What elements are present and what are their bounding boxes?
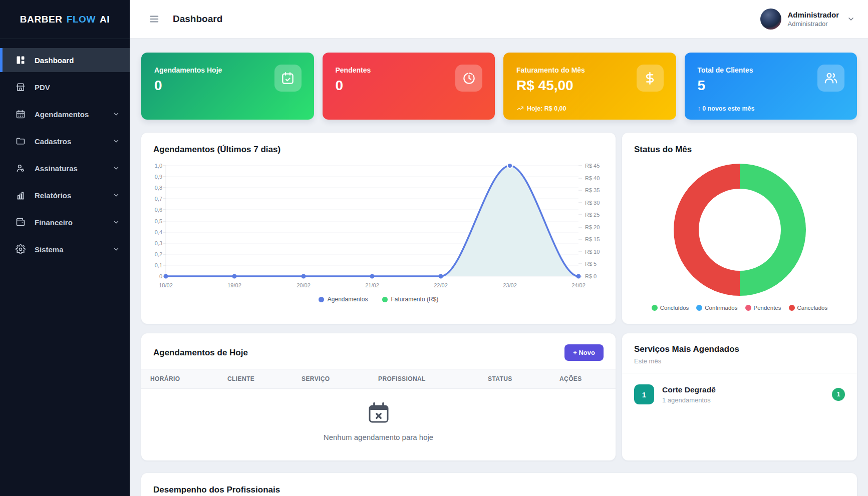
stat-cards-row: Agendamentos Hoje 0 Pendentes 0 Faturame… (141, 53, 857, 120)
donut-legend: Concluídos Confirmados Pendentes Cancela… (634, 305, 845, 312)
top-services-card: Serviços Mais Agendados Este mês 1 Corte… (622, 333, 857, 460)
legend-dot (319, 297, 324, 302)
column-header-horario: HORÁRIO (150, 375, 227, 382)
chevron-down-icon (113, 246, 120, 253)
column-header-status: STATUS (488, 375, 559, 382)
svg-text:R$ 45: R$ 45 (585, 163, 600, 169)
legend-item-agendamentos: Agendamentos (319, 296, 368, 303)
svg-text:24/02: 24/02 (571, 282, 586, 288)
sidebar-item-relatorios[interactable]: Relatórios (0, 183, 130, 207)
performance-title: Desempenho dos Profissionais (153, 485, 845, 495)
sidebar-item-dashboard[interactable]: Dashboard (0, 48, 130, 72)
user-menu[interactable]: Administrador Administrador (760, 9, 855, 30)
sidebar-item-assinaturas[interactable]: Assinaturas (0, 156, 130, 180)
list-item: 1 Corte Degradê 1 agendamentos 1 (634, 373, 845, 404)
donut-wrap (634, 155, 845, 305)
hamburger-menu-icon[interactable] (149, 14, 160, 25)
table-header-row: HORÁRIO CLIENTE SERVIÇO PROFISSIONAL STA… (141, 369, 616, 389)
folder-icon (15, 136, 26, 147)
sidebar-item-label: Financeiro (35, 218, 113, 227)
professionals-performance-card: Desempenho dos Profissionais Este mês (141, 473, 857, 496)
avatar (760, 9, 781, 30)
sidebar-nav: Dashboard PDV Agendamentos Cadastro (0, 39, 130, 261)
sidebar-item-label: Dashboard (35, 56, 120, 65)
today-appointments-card: Agendamentos de Hoje + Novo HORÁRIO CLIE… (141, 333, 616, 460)
stat-card-faturamento: Faturamento do Mês R$ 45,00 Hoje: R$ 0,0… (503, 53, 676, 120)
sidebar-item-financeiro[interactable]: Financeiro (0, 210, 130, 234)
stat-card-pendentes: Pendentes 0 (323, 53, 495, 120)
svg-text:0,4: 0,4 (155, 229, 162, 235)
top-services-subtitle: Este mês (634, 357, 845, 365)
line-chart-card: Agendamentos (Últimos 7 dias) (141, 133, 616, 324)
bar-chart-icon (15, 190, 26, 201)
logo-word-barber: BARBER (20, 14, 63, 25)
sidebar-item-label: Sistema (35, 245, 113, 254)
wallet-icon (15, 217, 26, 228)
topbar: Dashboard Administrador Administrador (130, 0, 868, 39)
svg-text:0,8: 0,8 (155, 185, 162, 191)
svg-text:18/02: 18/02 (159, 282, 173, 288)
legend-item-confirmados: Confirmados (696, 305, 737, 311)
user-name: Administrador (787, 11, 839, 19)
svg-text:0,3: 0,3 (155, 240, 162, 246)
calendar-check-icon (274, 65, 302, 92)
legend-dot (382, 297, 388, 302)
charts-row: Agendamentos (Últimos 7 dias) (141, 133, 857, 324)
line-chart-legend: Agendamentos Faturamento (R$) (153, 296, 604, 303)
logo-word-flow: FLOW (67, 14, 96, 25)
sidebar-item-pdv[interactable]: PDV (0, 75, 130, 99)
service-name: Corte Degradê (662, 385, 716, 394)
legend-item-pendentes: Pendentes (745, 305, 781, 311)
service-detail: 1 agendamentos (662, 396, 716, 404)
empty-state-message: Nenhum agendamento para hoje (324, 433, 433, 441)
chevron-down-icon (113, 192, 120, 199)
gear-icon (15, 244, 26, 255)
svg-text:R$ 15: R$ 15 (585, 236, 600, 242)
chevron-down-icon (847, 15, 855, 23)
legend-item-faturamento: Faturamento (R$) (382, 296, 439, 303)
svg-text:23/02: 23/02 (503, 282, 517, 288)
second-row: Agendamentos de Hoje + Novo HORÁRIO CLIE… (141, 333, 857, 460)
svg-text:R$ 10: R$ 10 (585, 249, 600, 255)
column-header-servico: SERVIÇO (302, 375, 378, 382)
svg-text:0,6: 0,6 (155, 207, 162, 213)
sidebar-item-label: Cadastros (35, 137, 113, 146)
stat-card-agendamentos-hoje: Agendamentos Hoje 0 (141, 53, 314, 120)
new-appointment-button[interactable]: + Novo (564, 344, 604, 361)
status-chart-card: Status do Mês Concluídos Confirmados Pen… (622, 133, 857, 324)
stat-footer: Hoje: R$ 0,00 (516, 105, 566, 112)
sidebar-item-sistema[interactable]: Sistema (0, 237, 130, 261)
chevron-down-icon (113, 165, 120, 172)
sidebar-item-label: PDV (35, 83, 120, 92)
chevron-down-icon (113, 111, 120, 118)
service-count-badge: 1 (832, 388, 845, 401)
dashboard-icon (15, 55, 26, 66)
donut-chart (674, 164, 806, 296)
main-area: Dashboard Administrador Administrador Ag… (130, 0, 868, 496)
svg-text:0,1: 0,1 (155, 262, 162, 268)
svg-text:0,2: 0,2 (155, 251, 162, 257)
legend-item-cancelados: Cancelados (789, 305, 828, 311)
status-chart-title: Status do Mês (634, 145, 845, 155)
svg-text:0,5: 0,5 (155, 218, 162, 224)
svg-text:0,7: 0,7 (155, 196, 162, 202)
legend-dot (696, 305, 702, 311)
chevron-down-icon (113, 219, 120, 226)
logo-word-ai: AI (100, 14, 110, 25)
column-header-profissional: PROFISSIONAL (378, 375, 488, 382)
dashboard-content: Agendamentos Hoje 0 Pendentes 0 Faturame… (130, 39, 868, 496)
sidebar-item-cadastros[interactable]: Cadastros (0, 129, 130, 153)
sidebar-item-agendamentos[interactable]: Agendamentos (0, 102, 130, 126)
top-services-title: Serviços Mais Agendados (634, 344, 845, 354)
column-header-cliente: CLIENTE (227, 375, 302, 382)
legend-dot (652, 305, 658, 311)
store-icon (15, 82, 26, 93)
sidebar: BARBERFLOWAI Dashboard PDV Agendamen (0, 0, 130, 496)
sidebar-item-label: Assinaturas (35, 164, 113, 173)
empty-state: Nenhum agendamento para hoje (141, 389, 616, 441)
svg-text:22/02: 22/02 (434, 282, 448, 288)
users-icon (817, 65, 844, 92)
app-logo: BARBERFLOWAI (0, 0, 130, 39)
chevron-down-icon (113, 138, 120, 145)
svg-text:R$ 0: R$ 0 (585, 273, 597, 279)
